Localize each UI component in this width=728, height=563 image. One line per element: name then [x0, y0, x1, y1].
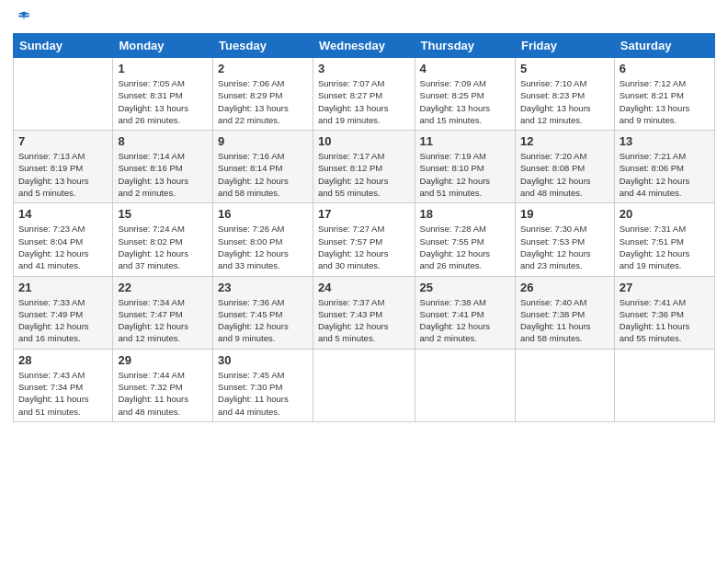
calendar-week-row: 21Sunrise: 7:33 AM Sunset: 7:49 PM Dayli…: [14, 276, 715, 349]
day-info: Sunrise: 7:44 AM Sunset: 7:32 PM Dayligh…: [118, 369, 208, 418]
day-info: Sunrise: 7:07 AM Sunset: 8:27 PM Dayligh…: [318, 77, 410, 126]
day-number: 24: [318, 281, 410, 294]
calendar-cell: [515, 349, 614, 421]
calendar-cell: 28Sunrise: 7:43 AM Sunset: 7:34 PM Dayli…: [14, 349, 113, 421]
day-info: Sunrise: 7:45 AM Sunset: 7:30 PM Dayligh…: [218, 369, 308, 418]
day-info: Sunrise: 7:38 AM Sunset: 7:41 PM Dayligh…: [420, 296, 510, 345]
calendar-cell: 13Sunrise: 7:21 AM Sunset: 8:06 PM Dayli…: [614, 131, 714, 203]
day-number: 29: [118, 353, 208, 367]
calendar-header-monday: Monday: [113, 34, 213, 58]
calendar-cell: 5Sunrise: 7:10 AM Sunset: 8:23 PM Daylig…: [515, 58, 614, 131]
day-number: 18: [420, 207, 510, 221]
calendar-week-row: 14Sunrise: 7:23 AM Sunset: 8:04 PM Dayli…: [14, 203, 715, 276]
calendar-header-wednesday: Wednesday: [313, 34, 415, 58]
calendar-cell: 1Sunrise: 7:05 AM Sunset: 8:31 PM Daylig…: [113, 58, 213, 131]
day-number: 1: [118, 62, 208, 75]
calendar-cell: 12Sunrise: 7:20 AM Sunset: 8:08 PM Dayli…: [515, 131, 614, 203]
calendar-cell: 29Sunrise: 7:44 AM Sunset: 7:32 PM Dayli…: [113, 349, 213, 421]
day-number: 30: [218, 353, 308, 367]
day-number: 23: [218, 281, 308, 294]
calendar-cell: 15Sunrise: 7:24 AM Sunset: 8:02 PM Dayli…: [113, 203, 213, 276]
day-number: 7: [18, 134, 108, 148]
calendar-cell: 8Sunrise: 7:14 AM Sunset: 8:16 PM Daylig…: [113, 131, 213, 203]
day-info: Sunrise: 7:43 AM Sunset: 7:34 PM Dayligh…: [18, 369, 108, 418]
day-info: Sunrise: 7:26 AM Sunset: 8:00 PM Dayligh…: [218, 223, 308, 271]
calendar-cell: 11Sunrise: 7:19 AM Sunset: 8:10 PM Dayli…: [415, 131, 515, 203]
calendar-header-friday: Friday: [515, 34, 614, 58]
day-info: Sunrise: 7:20 AM Sunset: 8:08 PM Dayligh…: [520, 150, 609, 199]
day-info: Sunrise: 7:13 AM Sunset: 8:19 PM Dayligh…: [18, 150, 108, 199]
calendar-cell: 19Sunrise: 7:30 AM Sunset: 7:53 PM Dayli…: [515, 203, 614, 276]
day-number: 13: [620, 134, 710, 148]
day-number: 26: [520, 281, 609, 294]
day-number: 20: [620, 207, 710, 221]
day-number: 21: [18, 281, 108, 294]
calendar-cell: 23Sunrise: 7:36 AM Sunset: 7:45 PM Dayli…: [213, 276, 313, 349]
calendar-cell: 3Sunrise: 7:07 AM Sunset: 8:27 PM Daylig…: [313, 58, 415, 131]
calendar-cell: [614, 349, 714, 421]
day-info: Sunrise: 7:33 AM Sunset: 7:49 PM Dayligh…: [18, 296, 108, 345]
day-number: 11: [420, 134, 510, 148]
logo: [13, 9, 33, 28]
calendar-cell: 16Sunrise: 7:26 AM Sunset: 8:00 PM Dayli…: [213, 203, 313, 276]
calendar-header-saturday: Saturday: [614, 34, 714, 58]
calendar-header-row: SundayMondayTuesdayWednesdayThursdayFrid…: [14, 34, 715, 58]
day-number: 16: [218, 207, 308, 221]
day-info: Sunrise: 7:21 AM Sunset: 8:06 PM Dayligh…: [620, 150, 710, 199]
day-info: Sunrise: 7:31 AM Sunset: 7:51 PM Dayligh…: [620, 223, 710, 271]
calendar-cell: 21Sunrise: 7:33 AM Sunset: 7:49 PM Dayli…: [14, 276, 113, 349]
day-info: Sunrise: 7:23 AM Sunset: 8:04 PM Dayligh…: [18, 223, 108, 271]
day-info: Sunrise: 7:27 AM Sunset: 7:57 PM Dayligh…: [318, 223, 410, 271]
day-number: 17: [318, 207, 410, 221]
day-info: Sunrise: 7:17 AM Sunset: 8:12 PM Dayligh…: [318, 150, 410, 199]
day-info: Sunrise: 7:12 AM Sunset: 8:21 PM Dayligh…: [620, 77, 710, 126]
logo-bird-icon: [15, 9, 33, 28]
calendar-cell: 25Sunrise: 7:38 AM Sunset: 7:41 PM Dayli…: [415, 276, 515, 349]
day-number: 9: [218, 134, 308, 148]
calendar-cell: 6Sunrise: 7:12 AM Sunset: 8:21 PM Daylig…: [614, 58, 714, 131]
day-info: Sunrise: 7:14 AM Sunset: 8:16 PM Dayligh…: [118, 150, 208, 199]
calendar-header-sunday: Sunday: [14, 34, 113, 58]
calendar-cell: [14, 58, 113, 131]
calendar-week-row: 28Sunrise: 7:43 AM Sunset: 7:34 PM Dayli…: [14, 349, 715, 421]
day-info: Sunrise: 7:24 AM Sunset: 8:02 PM Dayligh…: [118, 223, 208, 271]
day-info: Sunrise: 7:30 AM Sunset: 7:53 PM Dayligh…: [520, 223, 609, 271]
day-info: Sunrise: 7:28 AM Sunset: 7:55 PM Dayligh…: [420, 223, 510, 271]
day-info: Sunrise: 7:40 AM Sunset: 7:38 PM Dayligh…: [520, 296, 609, 345]
day-info: Sunrise: 7:05 AM Sunset: 8:31 PM Dayligh…: [118, 77, 208, 126]
day-number: 5: [520, 62, 609, 75]
day-info: Sunrise: 7:16 AM Sunset: 8:14 PM Dayligh…: [218, 150, 308, 199]
calendar-cell: 9Sunrise: 7:16 AM Sunset: 8:14 PM Daylig…: [213, 131, 313, 203]
day-number: 3: [318, 62, 410, 75]
calendar-cell: [415, 349, 515, 421]
calendar-cell: 7Sunrise: 7:13 AM Sunset: 8:19 PM Daylig…: [14, 131, 113, 203]
day-number: 27: [620, 281, 710, 294]
calendar-cell: 30Sunrise: 7:45 AM Sunset: 7:30 PM Dayli…: [213, 349, 313, 421]
day-number: 19: [520, 207, 609, 221]
calendar-week-row: 1Sunrise: 7:05 AM Sunset: 8:31 PM Daylig…: [14, 58, 715, 131]
day-number: 2: [218, 62, 308, 75]
day-number: 25: [420, 281, 510, 294]
day-info: Sunrise: 7:37 AM Sunset: 7:43 PM Dayligh…: [318, 296, 410, 345]
day-number: 8: [118, 134, 208, 148]
day-number: 28: [18, 353, 108, 367]
calendar-cell: 14Sunrise: 7:23 AM Sunset: 8:04 PM Dayli…: [14, 203, 113, 276]
day-info: Sunrise: 7:34 AM Sunset: 7:47 PM Dayligh…: [118, 296, 208, 345]
calendar-cell: 26Sunrise: 7:40 AM Sunset: 7:38 PM Dayli…: [515, 276, 614, 349]
day-number: 10: [318, 134, 410, 148]
day-info: Sunrise: 7:10 AM Sunset: 8:23 PM Dayligh…: [520, 77, 609, 126]
day-info: Sunrise: 7:41 AM Sunset: 7:36 PM Dayligh…: [620, 296, 710, 345]
day-number: 22: [118, 281, 208, 294]
calendar-cell: 17Sunrise: 7:27 AM Sunset: 7:57 PM Dayli…: [313, 203, 415, 276]
day-number: 14: [18, 207, 108, 221]
day-number: 15: [118, 207, 208, 221]
day-info: Sunrise: 7:06 AM Sunset: 8:29 PM Dayligh…: [218, 77, 308, 126]
calendar-cell: 2Sunrise: 7:06 AM Sunset: 8:29 PM Daylig…: [213, 58, 313, 131]
calendar-header-thursday: Thursday: [415, 34, 515, 58]
calendar-cell: 10Sunrise: 7:17 AM Sunset: 8:12 PM Dayli…: [313, 131, 415, 203]
calendar-cell: 24Sunrise: 7:37 AM Sunset: 7:43 PM Dayli…: [313, 276, 415, 349]
calendar: SundayMondayTuesdayWednesdayThursdayFrid…: [13, 33, 715, 422]
calendar-cell: 4Sunrise: 7:09 AM Sunset: 8:25 PM Daylig…: [415, 58, 515, 131]
calendar-week-row: 7Sunrise: 7:13 AM Sunset: 8:19 PM Daylig…: [14, 131, 715, 203]
calendar-cell: 22Sunrise: 7:34 AM Sunset: 7:47 PM Dayli…: [113, 276, 213, 349]
